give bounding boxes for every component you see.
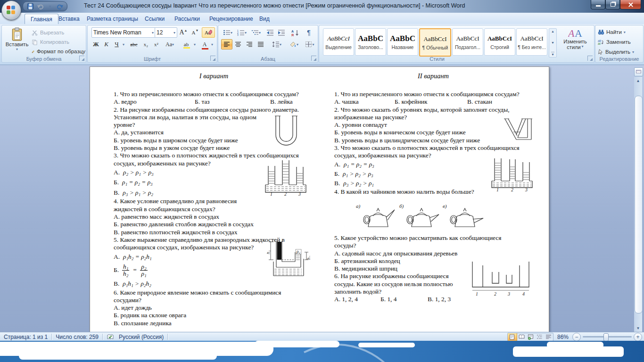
cut-button[interactable]: Вырезать <box>31 27 85 38</box>
align-right-button[interactable] <box>244 39 255 49</box>
close-button[interactable] <box>620 0 641 9</box>
sort-button[interactable]: А Я <box>289 27 301 38</box>
style-card-title[interactable]: AaBbC Название <box>387 28 418 56</box>
dialog-launcher[interactable] <box>587 56 593 61</box>
increase-indent-button[interactable] <box>276 27 287 38</box>
zoom-in-button[interactable]: + <box>634 333 642 341</box>
dialog-launcher[interactable] <box>210 56 215 61</box>
grow-font-button[interactable]: А▲ <box>177 27 190 38</box>
show-paragraph-marks-button[interactable]: ¶ <box>303 27 314 38</box>
multilevel-list-button[interactable] <box>249 27 263 38</box>
office-button[interactable] <box>1 0 21 20</box>
option-prefix: В. <box>114 188 119 198</box>
zoom-slider-thumb[interactable] <box>603 333 609 341</box>
spellcheck-status[interactable] <box>103 332 118 341</box>
bullets-button[interactable] <box>221 27 234 38</box>
select-button[interactable]: Выделить <box>597 47 642 57</box>
scrollbar-thumb[interactable] <box>635 96 643 313</box>
gallery-down-button[interactable]: ▼ <box>551 41 554 44</box>
copy-button[interactable]: Копировать <box>31 37 85 47</box>
replace-button[interactable]: ab ac Заменить <box>597 37 642 47</box>
numbering-icon: 123 <box>237 29 245 36</box>
style-card-normal[interactable]: AaBbCcI ¶ Обычный <box>419 28 451 57</box>
style-label: Подзагол... <box>455 44 480 50</box>
tab-insert[interactable]: Вставка <box>53 14 85 24</box>
print-layout-view-button[interactable] <box>508 333 517 341</box>
word-count-status[interactable]: Число слов: 259 <box>52 332 102 341</box>
gallery-up-button[interactable]: ▲ <box>551 30 554 33</box>
underline-dropdown[interactable] <box>121 39 126 49</box>
web-layout-view-button[interactable] <box>526 333 535 341</box>
justify-icon <box>257 41 264 48</box>
style-label: Заголово... <box>358 44 383 50</box>
align-center-button[interactable] <box>232 39 244 49</box>
zoom-out-button[interactable]: − <box>572 333 581 341</box>
ruler-toggle-button[interactable] <box>634 67 643 76</box>
style-card-heading1[interactable]: AaBbC Заголово... <box>355 28 386 56</box>
doc-line: 1. Что из перечисленного можно отнести к… <box>334 90 532 98</box>
svg-text:A: A <box>575 27 582 39</box>
scroll-up-button[interactable]: ▲ <box>634 77 642 84</box>
font-size-combo[interactable]: 12 <box>155 27 177 38</box>
font-color-label: А <box>203 41 207 48</box>
dialog-launcher[interactable] <box>311 56 316 61</box>
zoom-level[interactable]: 86% <box>557 334 569 340</box>
save-button[interactable] <box>26 3 34 10</box>
font-color-dropdown[interactable] <box>209 39 215 49</box>
style-card-strong[interactable]: AaBbCcI Строгий <box>484 28 515 56</box>
tab-references[interactable]: Ссылки <box>139 14 170 24</box>
restore-button[interactable] <box>605 0 620 9</box>
shading-button[interactable] <box>286 39 301 49</box>
numbering-button[interactable]: 123 <box>235 27 248 38</box>
gallery-more-button[interactable]: ▼ <box>551 52 554 56</box>
find-button[interactable]: Найти <box>597 27 642 37</box>
redo-button[interactable] <box>56 3 64 10</box>
change-styles-label2: стили <box>567 44 580 50</box>
paste-button[interactable]: Вставить <box>4 27 30 57</box>
superscript-button[interactable]: x² <box>151 39 162 49</box>
scroll-down-button[interactable]: ▼ <box>634 324 642 332</box>
line-spacing-button[interactable] <box>269 39 284 49</box>
document-page[interactable]: I вариант 1. Что из перечисленного можно… <box>90 66 549 333</box>
tab-mailings[interactable]: Рассылки <box>169 14 206 24</box>
font-family-combo[interactable]: Times New Roman <box>91 27 156 38</box>
change-styles-button[interactable]: A A Изменить стили <box>559 27 592 58</box>
tab-review[interactable]: Рецензирование <box>204 14 259 24</box>
justify-button[interactable] <box>255 39 266 49</box>
strikethrough-button[interactable]: abc <box>127 39 140 49</box>
subscript-button[interactable]: x₂ <box>140 39 151 49</box>
option-prefix: Б. <box>114 177 119 188</box>
change-case-button[interactable]: Aa <box>162 39 177 49</box>
draft-view-button[interactable] <box>544 333 553 341</box>
style-preview: AaBbCcI <box>487 34 512 43</box>
page-count-status[interactable]: Страница: 1 из 1 <box>0 332 51 341</box>
svg-text:Я: Я <box>291 33 294 36</box>
highlight-dropdown[interactable] <box>192 39 198 49</box>
style-card-emphasis[interactable]: AaBbCcI Выделение <box>323 28 354 56</box>
bold-button[interactable]: Ж <box>91 39 101 49</box>
decrease-indent-button[interactable] <box>264 27 276 38</box>
style-card-subtitle[interactable]: AaBbCcI Подзагол... <box>452 28 483 56</box>
web-layout-icon <box>528 334 534 340</box>
tab-page-layout[interactable]: Разметка страницы <box>81 14 144 24</box>
align-left-button[interactable] <box>221 39 232 49</box>
option: А. чашка <box>334 98 359 106</box>
format-painter-button[interactable]: Формат по образцу <box>31 46 86 57</box>
undo-dropdown[interactable] <box>46 3 54 10</box>
shrink-font-button[interactable]: А▼ <box>190 27 201 38</box>
zoom-slider[interactable] <box>583 336 632 337</box>
highlight-button[interactable]: ab <box>180 39 192 49</box>
font-color-button[interactable]: А <box>199 39 210 49</box>
language-status[interactable]: Русский (Россия) <box>118 332 167 341</box>
dialog-launcher[interactable] <box>79 56 84 61</box>
outline-view-button[interactable] <box>535 333 544 341</box>
style-card-no-spacing[interactable]: AaBbCcI ¶ Без инте... <box>516 28 547 56</box>
undo-button[interactable] <box>36 3 44 10</box>
vertical-scrollbar[interactable]: ▲ ▼ <box>634 77 642 332</box>
fullscreen-reading-view-button[interactable] <box>517 333 526 341</box>
borders-button[interactable] <box>302 39 317 49</box>
tab-view[interactable]: Вид <box>254 14 275 24</box>
clear-formatting-button[interactable]: Aa <box>202 27 215 38</box>
minimize-button[interactable] <box>591 0 605 9</box>
italic-button[interactable]: К <box>101 39 112 49</box>
